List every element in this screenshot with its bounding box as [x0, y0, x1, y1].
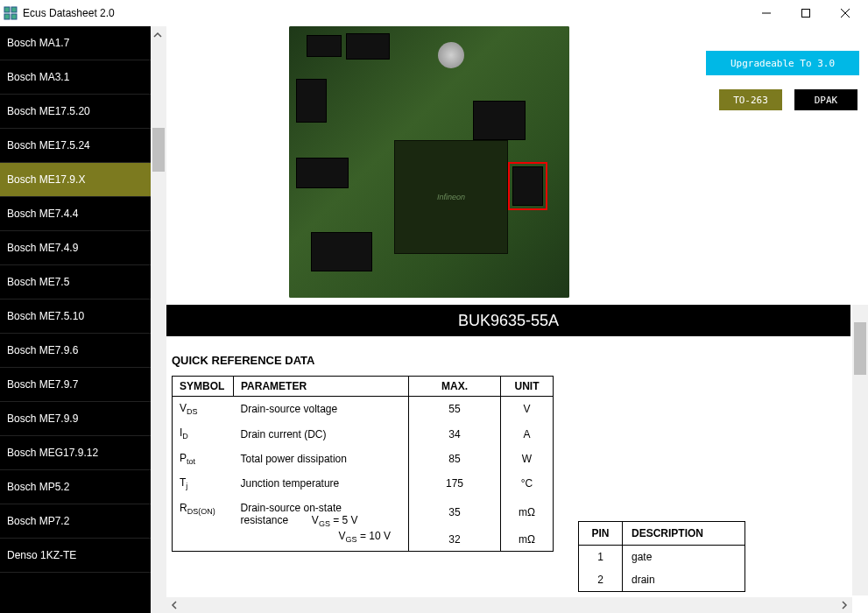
sidebar-item-ecu[interactable]: Bosch ME17.5.24 [0, 129, 151, 163]
svg-rect-5 [801, 10, 809, 18]
sidebar-item-ecu[interactable]: Bosch MA1.7 [0, 26, 151, 60]
minimize-button[interactable] [746, 0, 786, 26]
app-icon [4, 6, 18, 20]
part-number-header: BUK9635-55A [166, 305, 850, 336]
header-symbol: SYMBOL [173, 377, 234, 397]
scroll-left-icon[interactable] [166, 597, 182, 613]
scrollbar-thumb[interactable] [152, 128, 165, 172]
sidebar-item-ecu[interactable]: Bosch MP7.2 [0, 504, 151, 539]
table-row: TjJunction temperature175°C [173, 471, 554, 496]
scrollbar-thumb[interactable] [854, 322, 866, 375]
svg-rect-1 [11, 7, 17, 12]
header-unit: UNIT [501, 377, 554, 397]
header-parameter: PARAMETER [234, 377, 409, 397]
table-row: 2drain [579, 568, 745, 592]
close-button[interactable] [825, 0, 864, 26]
datasheet-panel: QUICK REFERENCE DATA SYMBOL PARAMETER MA… [166, 350, 850, 595]
sidebar-item-ecu[interactable]: Bosch MA3.1 [0, 60, 151, 95]
content-scrollbar-horizontal[interactable] [166, 597, 852, 613]
sidebar-item-ecu[interactable]: Bosch ME17.5.20 [0, 95, 151, 129]
window-controls [746, 0, 864, 26]
svg-rect-2 [4, 14, 10, 19]
component-highlight-box [508, 162, 547, 210]
table-row: PtotTotal power dissipation85W [173, 447, 554, 471]
content-area: Infineon Upgradeable To 3.0 TO-263 DPAK … [166, 26, 868, 613]
package-dpak-button[interactable]: DPAK [793, 88, 859, 112]
scroll-right-icon[interactable] [836, 597, 852, 613]
window-title: Ecus Datasheet 2.0 [23, 7, 746, 19]
sidebar-item-ecu[interactable]: Bosch ME7.4.9 [0, 231, 151, 265]
header-max: MAX. [409, 377, 501, 397]
content-scrollbar-vertical[interactable] [852, 305, 868, 595]
sidebar-item-ecu[interactable]: Bosch MP5.2 [0, 470, 151, 504]
package-to263-button[interactable]: TO-263 [717, 88, 784, 112]
sidebar-scrollbar[interactable] [151, 26, 166, 613]
sidebar-item-ecu[interactable]: Bosch ME7.9.7 [0, 368, 151, 402]
header-pin: PIN [579, 522, 623, 546]
sidebar-item-ecu[interactable]: Bosch ME7.5 [0, 265, 151, 299]
main-chip: Infineon [394, 140, 508, 254]
sidebar-item-ecu[interactable]: Denso 1KZ-TE [0, 539, 151, 573]
maximize-button[interactable] [786, 0, 825, 26]
svg-rect-0 [4, 7, 10, 12]
sidebar-item-ecu[interactable]: Bosch ME17.9.X [0, 163, 151, 197]
sidebar-item-ecu[interactable]: Bosch ME7.5.10 [0, 299, 151, 334]
table-row: VDSDrain-source voltage55V [173, 397, 554, 422]
sidebar-item-ecu[interactable]: Bosch ME7.9.9 [0, 402, 151, 436]
quick-reference-table: SYMBOL PARAMETER MAX. UNIT VDSDrain-sour… [172, 376, 554, 552]
pcb-image: Infineon [289, 26, 569, 298]
ecu-list-sidebar: Bosch MA1.7Bosch MA3.1Bosch ME17.5.20Bos… [0, 26, 151, 613]
sidebar-item-ecu[interactable]: Bosch ME7.4.4 [0, 197, 151, 231]
sidebar-item-ecu[interactable]: Bosch MEG17.9.12 [0, 436, 151, 470]
section-title: QUICK REFERENCE DATA [172, 354, 845, 367]
titlebar: Ecus Datasheet 2.0 [0, 0, 868, 26]
pin-description-table: PIN DESCRIPTION 1gate2drain [578, 521, 745, 592]
table-row: IDDrain current (DC)34A [173, 421, 554, 446]
upgrade-button[interactable]: Upgradeable To 3.0 [706, 51, 859, 75]
header-description: DESCRIPTION [623, 522, 745, 546]
svg-rect-3 [11, 14, 17, 19]
table-row: 1gate [579, 546, 745, 569]
table-row: RDS(ON)Drain-source on-state resistance … [173, 497, 554, 528]
sidebar-item-ecu[interactable]: Bosch ME7.9.6 [0, 334, 151, 368]
scroll-up-icon[interactable] [153, 30, 164, 40]
